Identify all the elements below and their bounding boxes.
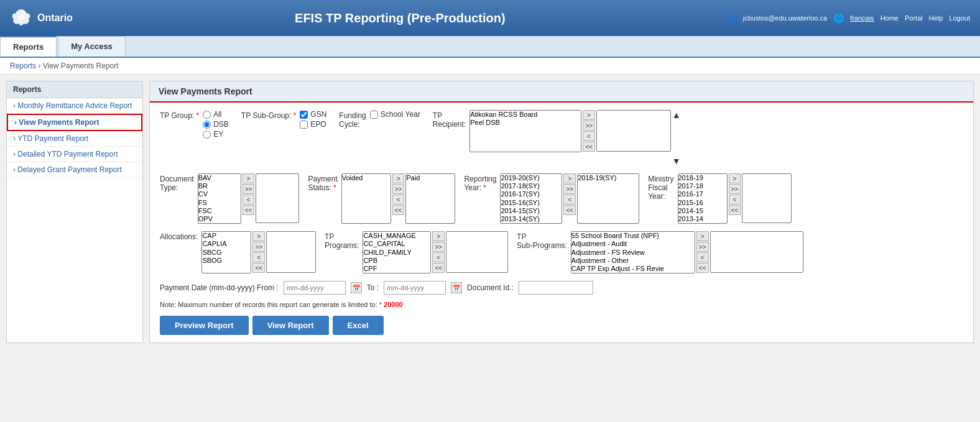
ministry-fiscal-left-list[interactable]: 2018-19 2017-18 2016-17 2015-16 2014-15 … <box>678 173 728 224</box>
payment-date-from-label: Payment Date (mm-dd-yyyy) From : <box>160 283 279 292</box>
payment-status-move-left[interactable]: < <box>392 195 405 204</box>
document-type-label: DocumentType: <box>160 173 194 192</box>
payment-status-left-list[interactable]: Voided <box>341 173 391 224</box>
breadcrumb-reports[interactable]: Reports <box>10 62 36 70</box>
radio-dsb[interactable]: DSB <box>203 120 229 129</box>
doc-type-left-list[interactable]: BAV BR CV FS FSC OPV <box>198 173 241 224</box>
radio-all-input[interactable] <box>203 111 211 119</box>
tp-programs-container: CASH_MANAGE CC_CAPITAL CHILD_FAMILY CPB … <box>363 231 508 273</box>
reporting-year-move-all-left[interactable]: << <box>563 205 576 215</box>
sidebar-item-view-payments[interactable]: View Payments Report <box>7 114 142 131</box>
view-report-button[interactable]: View Report <box>252 316 329 335</box>
reporting-year-left-list[interactable]: 2019-20(SY) 2017-18(SY) 2016-17(SY) 2015… <box>500 173 562 224</box>
allocations-move-left[interactable]: < <box>252 252 265 262</box>
sidebar-item-delayed-grant[interactable]: Delayed Grant Payment Report <box>7 162 142 178</box>
tp-recipient-scroll-down[interactable]: ▼ <box>672 156 681 166</box>
radio-all[interactable]: All <box>203 110 229 119</box>
ministry-fiscal-move-right[interactable]: > <box>729 173 741 183</box>
tab-reports[interactable]: Reports <box>0 36 57 57</box>
allocations-left-list[interactable]: CAP CAPLIA SBCG SBOG <box>201 231 251 273</box>
checkbox-school-year[interactable]: School Year <box>370 110 420 119</box>
payment-status-right-list[interactable]: Paid <box>405 173 455 224</box>
tp-subprograms-right-list[interactable] <box>710 231 803 273</box>
payment-status-move-right[interactable]: > <box>392 173 405 183</box>
radio-dsb-input[interactable] <box>203 121 211 129</box>
header: Ontario EFIS TP Reporting (Pre-Productio… <box>0 0 980 36</box>
doc-type-move-all-right[interactable]: >> <box>243 184 255 194</box>
allocations-move-all-left[interactable]: << <box>252 263 265 273</box>
user-email: jcbustos@edu.uwaterloo.ca <box>743 14 827 22</box>
tp-recipient-move-left[interactable]: < <box>583 131 595 141</box>
language-link[interactable]: français <box>850 14 874 22</box>
doc-type-right-list[interactable] <box>256 173 299 223</box>
radio-ey[interactable]: EY <box>203 130 229 139</box>
tp-recipient-move-all-right[interactable]: >> <box>583 121 595 131</box>
calendar-to-icon[interactable]: 📅 <box>451 282 462 293</box>
sidebar-item-detailed-ytd[interactable]: Detailed YTD Payment Report <box>7 147 142 162</box>
portal-link[interactable]: Portal <box>905 14 923 22</box>
tab-my-access[interactable]: My Access <box>58 36 126 57</box>
tp-subprograms-left-list[interactable]: 55 School Board Trust (NPF) Adjustment -… <box>571 231 695 273</box>
checkbox-epo[interactable]: EPO <box>300 120 326 129</box>
payment-date-to-input[interactable] <box>384 281 446 295</box>
checkbox-gsn[interactable]: GSN <box>300 110 326 119</box>
ministry-fiscal-move-all-left[interactable]: << <box>729 205 741 215</box>
checkbox-school-year-input[interactable] <box>370 111 378 119</box>
tp-subprograms-move-right[interactable]: > <box>696 231 709 241</box>
btn-row: Preview Report View Report Excel <box>160 316 963 335</box>
document-id-input[interactable] <box>519 281 593 295</box>
allocations-label: Allocations: <box>160 231 198 241</box>
sidebar-item-monthly-remittance[interactable]: Monthly Remittance Advice Report <box>7 98 142 114</box>
tp-programs-move-left[interactable]: < <box>432 252 445 262</box>
payment-status-move-all-left[interactable]: << <box>392 205 405 215</box>
doc-type-move-left[interactable]: < <box>243 195 255 204</box>
tp-subprograms-arrows: > >> < << <box>696 231 709 273</box>
tp-subprograms-move-left[interactable]: < <box>696 252 709 262</box>
main-content: Reports Monthly Remittance Advice Report… <box>0 75 980 349</box>
tp-recipient-move-right[interactable]: > <box>583 110 595 120</box>
checkbox-epo-input[interactable] <box>300 121 308 129</box>
radio-ey-input[interactable] <box>203 131 211 139</box>
ministry-fiscal-arrows: > >> < << <box>729 173 741 215</box>
doc-type-move-all-left[interactable]: << <box>243 205 255 215</box>
tp-recipient-move-all-left[interactable]: << <box>583 142 595 152</box>
reporting-year-move-all-right[interactable]: >> <box>563 184 576 194</box>
allocations-move-all-right[interactable]: >> <box>252 242 265 252</box>
excel-button[interactable]: Excel <box>333 316 384 335</box>
home-link[interactable]: Home <box>881 14 899 22</box>
tp-programs-move-all-left[interactable]: << <box>432 263 445 273</box>
tp-programs-move-right[interactable]: > <box>432 231 445 241</box>
preview-report-button[interactable]: Preview Report <box>160 316 249 335</box>
sidebar-item-ytd-payment[interactable]: YTD Payment Report <box>7 131 142 147</box>
doc-type-container: BAV BR CV FS FSC OPV > >> < << <box>198 173 300 224</box>
checkbox-gsn-input[interactable] <box>300 111 308 119</box>
payment-date-from-input[interactable] <box>284 281 346 295</box>
doc-type-move-right[interactable]: > <box>243 173 255 183</box>
tp-subprograms-move-all-right[interactable]: >> <box>696 242 709 252</box>
ministry-fiscal-move-all-right[interactable]: >> <box>729 184 741 194</box>
reporting-year-move-left[interactable]: < <box>563 195 576 204</box>
tp-group-radios: All DSB EY <box>203 110 229 139</box>
tp-subprograms-label: TPSub-Programs: <box>517 231 567 250</box>
allocations-right-list[interactable] <box>266 231 316 273</box>
reporting-year-right-list[interactable]: 2018-19(SY) <box>577 173 639 224</box>
logout-link[interactable]: Logout <box>949 14 970 22</box>
tp-subprograms-move-all-left[interactable]: << <box>696 263 709 273</box>
allocations-move-right[interactable]: > <box>252 231 265 241</box>
payment-status-arrows: > >> < << <box>392 173 405 215</box>
ministry-fiscal-right-list[interactable] <box>742 173 792 223</box>
app-title: EFIS TP Reporting (Pre-Production) <box>73 11 728 25</box>
tp-recipient-right-list[interactable] <box>596 110 671 152</box>
tp-programs-move-all-right[interactable]: >> <box>432 242 445 252</box>
payment-date-to-label: To : <box>367 283 379 292</box>
payment-status-move-all-right[interactable]: >> <box>392 184 405 194</box>
reporting-year-move-right[interactable]: > <box>563 173 576 183</box>
calendar-from-icon[interactable]: 📅 <box>351 282 362 293</box>
ministry-fiscal-move-left[interactable]: < <box>729 195 741 204</box>
tp-recipient-scroll-up[interactable]: ▲ <box>672 110 681 120</box>
tp-recipient-left-list[interactable]: Atikokan RCSS Board Peel DSB <box>469 110 581 152</box>
tp-group-label: TP Group: * <box>160 110 199 120</box>
tp-programs-left-list[interactable]: CASH_MANAGE CC_CAPITAL CHILD_FAMILY CPB … <box>363 231 431 273</box>
help-link[interactable]: Help <box>929 14 943 22</box>
tp-programs-right-list[interactable] <box>446 231 508 273</box>
